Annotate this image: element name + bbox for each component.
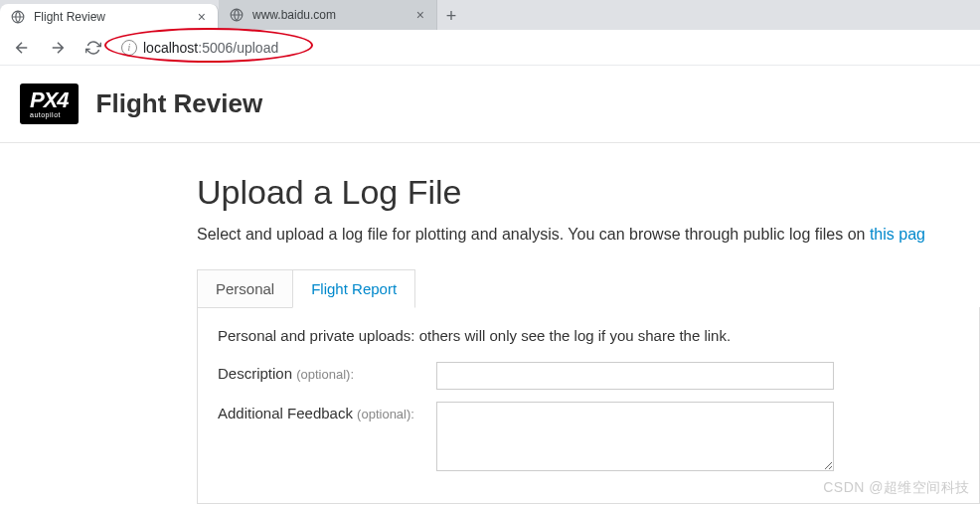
feedback-label: Additional Feedback (optional):: [218, 402, 436, 421]
feedback-input[interactable]: [436, 402, 834, 471]
upload-panel: Personal and private uploads: others wil…: [197, 307, 980, 504]
feedback-row: Additional Feedback (optional):: [218, 402, 959, 471]
reload-button[interactable]: [80, 34, 107, 62]
new-tab-button[interactable]: +: [437, 2, 465, 30]
close-icon[interactable]: ×: [196, 9, 208, 25]
description-label: Description (optional):: [218, 362, 436, 382]
address-bar[interactable]: i localhost:5006/upload: [115, 40, 972, 56]
forward-button[interactable]: [44, 34, 72, 62]
globe-icon: [229, 7, 245, 23]
page-content: PX4 autopilot Flight Review Upload a Log…: [0, 66, 980, 504]
upload-tabs: Personal Flight Report: [197, 269, 980, 308]
tab-title: www.baidu.com: [252, 8, 407, 22]
panel-note: Personal and private uploads: others wil…: [218, 327, 959, 344]
px4-logo[interactable]: PX4 autopilot: [20, 84, 79, 124]
main-content: Upload a Log File Select and upload a lo…: [0, 143, 980, 504]
tab-personal[interactable]: Personal: [197, 269, 292, 308]
csdn-watermark: CSDN @超维空间科技: [823, 479, 970, 497]
upload-subtext: Select and upload a log file for plottin…: [197, 226, 980, 244]
tab-title: Flight Review: [34, 10, 188, 24]
description-input[interactable]: [436, 362, 834, 390]
browser-toolbar: i localhost:5006/upload: [0, 30, 980, 66]
close-icon[interactable]: ×: [414, 7, 426, 23]
browser-tabs-bar: Flight Review × www.baidu.com × +: [0, 0, 980, 30]
site-info-icon[interactable]: i: [121, 40, 137, 56]
tab-flight-report[interactable]: Flight Report: [292, 269, 415, 308]
browser-tab-inactive[interactable]: www.baidu.com ×: [219, 0, 437, 30]
globe-icon: [10, 9, 26, 25]
upload-heading: Upload a Log File: [197, 173, 980, 212]
page-title: Flight Review: [96, 88, 263, 119]
public-logs-link[interactable]: this pag: [870, 226, 925, 243]
description-row: Description (optional):: [218, 362, 959, 390]
page-header: PX4 autopilot Flight Review: [0, 66, 980, 143]
url-text: localhost:5006/upload: [143, 40, 278, 56]
browser-tab-active[interactable]: Flight Review ×: [0, 4, 219, 30]
back-button[interactable]: [8, 34, 36, 62]
